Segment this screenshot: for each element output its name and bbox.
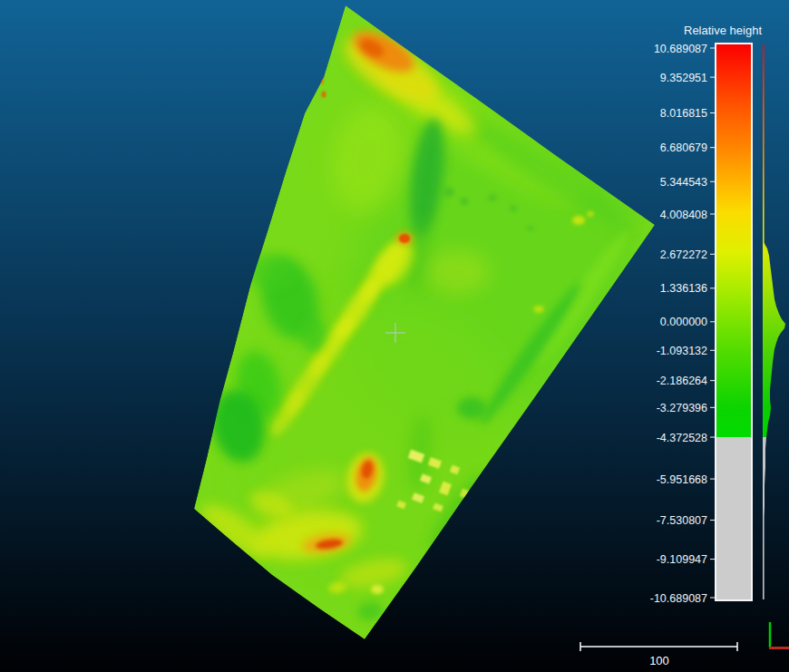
colorbar-tick-label: -3.279396 (657, 402, 707, 414)
render-viewport-3d[interactable]: 10.6890879.3529518.0168156.6806795.34454… (0, 0, 789, 672)
colorbar-tick-label: -5.951668 (657, 473, 707, 486)
map-feature (533, 306, 544, 313)
map-feature (527, 226, 534, 231)
scale-bar-label: 100 (649, 654, 669, 667)
colorbar-tick-label: -1.093132 (657, 345, 707, 357)
colorbar-tick-label: 4.008408 (660, 209, 707, 221)
colorbar-tick-label: -10.689087 (650, 592, 707, 605)
colorbar-tick-label: -9.109947 (657, 553, 707, 566)
colorbar-tick-label: 9.352951 (660, 72, 707, 84)
viewer-window: 10.6890879.3529518.0168156.6806795.34454… (0, 0, 789, 672)
map-feature (443, 188, 454, 197)
colorbar-title: Relative height (684, 24, 762, 37)
colorbar-tick-label: 0.000000 (660, 316, 707, 328)
map-feature (587, 211, 594, 217)
colorbar-tick-label: 5.344543 (660, 176, 707, 189)
map-feature (510, 205, 517, 212)
colorbar-tick-label: 10.689087 (654, 43, 707, 55)
map-feature (371, 585, 384, 594)
map-feature (572, 216, 585, 225)
colorbar-tick-label: -7.530807 (657, 514, 707, 527)
map-feature (460, 198, 469, 205)
colorbar-ramp[interactable] (716, 44, 751, 599)
map-feature (322, 92, 326, 98)
map-feature (300, 316, 326, 352)
colorbar-tick-label: 8.016815 (660, 107, 707, 120)
map-feature (488, 194, 497, 201)
colorbar-tick-label: 1.336136 (660, 282, 707, 295)
colorbar-tick-label: -4.372528 (657, 432, 707, 444)
colorbar-tick-label: -2.186264 (657, 375, 707, 387)
map-feature (457, 397, 486, 419)
map-feature (426, 249, 490, 295)
map-feature (399, 234, 410, 243)
colorbar-tick-label: 2.672272 (660, 248, 707, 261)
colorbar-tick-label: 6.680679 (660, 141, 707, 154)
